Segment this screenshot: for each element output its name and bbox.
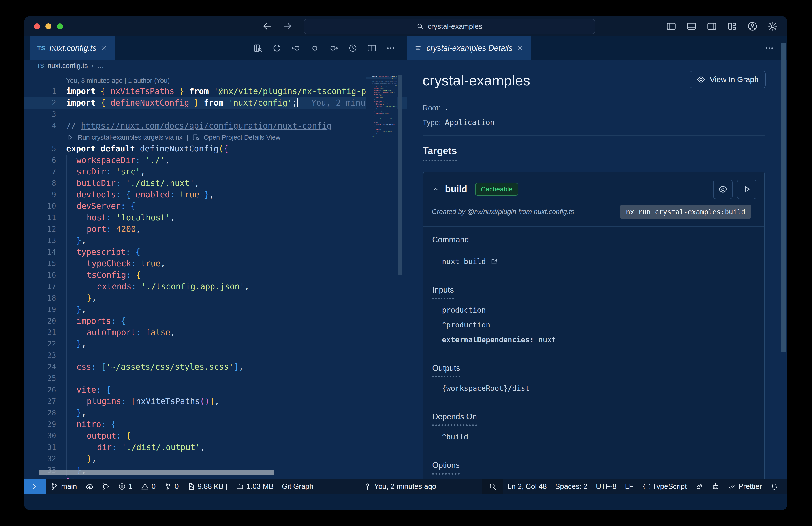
code-line[interactable]: 15typeCheck: true, <box>24 258 407 269</box>
more-icon[interactable] <box>386 43 396 53</box>
code-line[interactable]: 15typeCheck: true, <box>366 102 397 104</box>
go-back-icon[interactable] <box>262 21 272 31</box>
tab-nuxt-config[interactable]: TS nuxt.config.ts <box>30 37 115 60</box>
code-line[interactable]: 18}, <box>366 107 397 109</box>
code-line[interactable]: 3 <box>366 79 397 81</box>
code-line[interactable]: 24css: ['~/assets/css/styles.scss'], <box>366 118 397 120</box>
minimize-window-button[interactable] <box>45 24 52 29</box>
status-copilot[interactable] <box>707 479 724 494</box>
codelens-run-link[interactable]: Run crystal-examples targets via nx <box>374 82 391 84</box>
editor-horizontal-scrollbar[interactable] <box>39 470 275 474</box>
status-language-mode[interactable]: { }TypeScript <box>638 479 691 494</box>
code-line[interactable]: 27plugins: [nxViteTsPaths()], <box>24 396 407 407</box>
code-line[interactable]: 29nitro: { <box>366 127 397 129</box>
status-prettier[interactable]: Prettier <box>724 479 766 494</box>
status-forwarded-ports[interactable]: 0 <box>160 479 183 494</box>
code-line[interactable]: 20imports: { <box>24 315 407 327</box>
code-line[interactable]: 10devServer: { <box>24 200 407 212</box>
refresh-icon[interactable] <box>272 43 282 53</box>
status-cursor-position[interactable]: Ln 2, Col 48 <box>503 479 551 494</box>
code-line[interactable]: 9devtools: { enabled: true }, <box>366 91 397 93</box>
breadcrumb[interactable]: TS nuxt.config.ts › … <box>24 60 407 72</box>
code-line[interactable]: 29nitro: { <box>24 419 407 430</box>
code-line[interactable]: 2import { defineNuxtConfig } from 'nuxt/… <box>366 77 397 79</box>
code-line[interactable]: 13}, <box>24 235 407 246</box>
code-line[interactable]: 27plugins: [nxViteTsPaths()], <box>366 124 397 125</box>
status-notifications[interactable] <box>766 479 782 494</box>
code-line[interactable]: 7srcDir: 'src', <box>24 166 407 177</box>
code-line[interactable]: 4// https://nuxt.com/docs/api/configurat… <box>366 81 397 82</box>
code-line[interactable]: 5export default defineNuxtConfig({ <box>24 143 407 155</box>
status-squirrel-extension[interactable] <box>691 479 707 494</box>
status-folder-size[interactable]: 1.03 MB <box>232 479 278 494</box>
code-line[interactable]: 13}, <box>366 99 397 100</box>
command-center-search[interactable]: crystal-examples <box>304 19 595 34</box>
code-line[interactable]: 11host: 'localhost', <box>24 212 407 224</box>
code-line[interactable]: 31dir: './dist/.output', <box>366 130 397 132</box>
account-icon[interactable] <box>747 21 758 32</box>
go-forward-icon[interactable] <box>282 21 293 31</box>
code-line[interactable]: 3 <box>24 109 407 120</box>
status-remote-indicator[interactable] <box>24 479 46 494</box>
status-file-size[interactable]: 9.88 KB | <box>183 479 232 494</box>
code-line[interactable]: 5export default defineNuxtConfig({ <box>366 84 397 86</box>
status-git-branch[interactable]: main <box>46 479 81 494</box>
more-actions-icon[interactable] <box>764 43 774 53</box>
code-line[interactable]: 8buildDir: './dist/.nuxt', <box>24 177 407 189</box>
panel-scrollbar[interactable] <box>781 43 786 352</box>
external-link-icon[interactable] <box>490 258 498 266</box>
code-line[interactable]: 20imports: { <box>366 111 397 113</box>
code-line[interactable]: 28}, <box>24 407 407 419</box>
code-line[interactable]: 30output: { <box>366 129 397 130</box>
editor-vertical-scrollbar[interactable] <box>397 75 403 275</box>
status-git-graph-launcher[interactable]: Git Graph <box>278 479 318 494</box>
circle-arrow-left-icon[interactable] <box>291 43 301 53</box>
status-blame-status[interactable]: You, 2 minutes ago <box>360 479 440 494</box>
code-line[interactable]: 22}, <box>366 114 397 116</box>
code-line[interactable]: 14typescript: { <box>24 246 407 258</box>
code-line[interactable]: 34}); <box>366 136 397 138</box>
code-line[interactable]: 18}, <box>24 293 407 304</box>
run-command-chip[interactable]: nx run crystal-examples:build <box>620 205 751 219</box>
layout-grid-icon[interactable] <box>727 21 737 32</box>
code-line[interactable]: 8buildDir: './dist/.nuxt', <box>366 90 397 91</box>
panel-right-icon[interactable] <box>707 21 717 32</box>
run-target-button[interactable] <box>737 180 756 199</box>
code-line[interactable]: 2import { defineNuxtConfig } from 'nuxt/… <box>24 97 407 109</box>
tab-project-details[interactable]: crystal-examples Details <box>407 37 531 60</box>
code-line[interactable]: 19}, <box>24 304 407 315</box>
code-line[interactable]: 4// https://nuxt.com/docs/api/configurat… <box>24 120 407 132</box>
code-line[interactable]: 17extends: './tsconfig.app.json', <box>366 105 397 107</box>
code-line[interactable]: 6workspaceDir: './', <box>366 86 397 88</box>
code-line[interactable]: 21autoImport: false, <box>24 327 407 338</box>
code-line[interactable]: 25 <box>24 373 407 384</box>
status-indentation[interactable]: Spaces: 2 <box>551 479 592 494</box>
code-editor[interactable]: You, 3 minutes ago | 1 author (You)1impo… <box>24 72 407 479</box>
code-line[interactable]: 25 <box>366 120 397 122</box>
code-line[interactable]: 14typescript: { <box>366 100 397 102</box>
code-line[interactable]: 28}, <box>366 125 397 127</box>
code-line[interactable]: 26vite: { <box>24 384 407 396</box>
history-icon[interactable] <box>348 43 358 53</box>
gear-icon[interactable] <box>767 21 778 32</box>
code-line[interactable]: 19}, <box>366 109 397 111</box>
code-line[interactable]: 24css: ['~/assets/css/styles.scss'], <box>24 361 407 373</box>
run-icon[interactable] <box>372 83 373 84</box>
codelens-open-link[interactable]: Open Project Details View <box>394 82 397 84</box>
code-line[interactable]: 33}, <box>366 134 397 136</box>
minimap[interactable]: You, 3 minutes ago | 1 author (You)1impo… <box>366 74 397 233</box>
code-line[interactable]: 1import { nxViteTsPaths } from '@nx/vite… <box>366 75 397 77</box>
close-tab-icon[interactable] <box>100 45 107 52</box>
close-tab-icon[interactable] <box>517 45 524 52</box>
code-line[interactable]: 1import { nxViteTsPaths } from '@nx/vite… <box>24 86 407 97</box>
code-line[interactable]: 12port: 4200, <box>24 224 407 235</box>
code-line[interactable]: 21autoImport: false, <box>366 113 397 114</box>
code-line[interactable]: 9devtools: { enabled: true }, <box>24 189 407 200</box>
panel-left-icon[interactable] <box>666 21 677 32</box>
status-encoding[interactable]: UTF-8 <box>592 479 621 494</box>
view-target-in-graph-button[interactable] <box>713 180 733 199</box>
code-line[interactable]: 7srcDir: 'src', <box>366 88 397 90</box>
code-line[interactable]: 23 <box>24 350 407 361</box>
status-publish-changes[interactable] <box>81 479 98 494</box>
codelens-open-link[interactable]: Open Project Details View <box>204 132 280 143</box>
